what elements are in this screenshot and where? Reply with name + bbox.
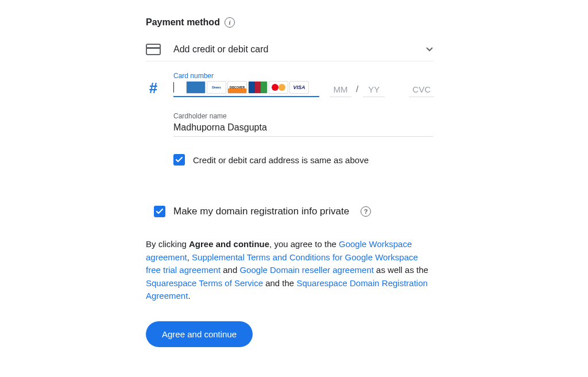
link-domain-reseller[interactable]: Google Domain reseller agreement: [239, 265, 373, 275]
payment-form: Payment method i Add credit or debit car…: [146, 17, 433, 347]
legal-text: By clicking Agree and continue, you agre…: [146, 238, 433, 303]
legal-prefix: By clicking: [146, 239, 189, 249]
same-address-label: Credit or debit card address is same as …: [193, 155, 369, 165]
legal-sep2: and: [220, 265, 239, 275]
link-squarespace-tos[interactable]: Squarespace Terms of Service: [146, 278, 263, 288]
amex-logo: [186, 81, 206, 94]
mastercard-logo: [269, 81, 288, 94]
legal-sep4: and the: [263, 278, 296, 288]
discover-logo: DISCOVER: [227, 81, 247, 94]
card-number-input[interactable]: [173, 82, 185, 93]
card-row: # Card number Diners DISCOVER VISA: [146, 72, 433, 97]
card-number-group: Card number Diners DISCOVER VISA: [173, 72, 319, 97]
card-number-wrap[interactable]: Diners DISCOVER VISA: [173, 81, 319, 97]
visa-logo: VISA: [289, 81, 309, 94]
agree-continue-button[interactable]: Agree and continue: [146, 321, 253, 347]
domain-private-checkbox[interactable]: [154, 206, 165, 217]
credit-card-icon: [146, 44, 161, 55]
expiry-year-input[interactable]: [363, 84, 385, 97]
card-number-label: Card number: [173, 72, 319, 80]
cvc-input[interactable]: [409, 84, 434, 97]
section-title: Payment method: [146, 17, 220, 28]
chevron-down-icon: [426, 45, 433, 53]
cardholder-label: Cardholder name: [173, 112, 433, 120]
info-icon[interactable]: i: [225, 17, 235, 28]
cardholder-section: Cardholder name: [173, 112, 433, 137]
jcb-logo: [248, 81, 268, 94]
legal-sep3: as well as the: [374, 265, 428, 275]
expiry-separator: /: [356, 84, 358, 94]
help-icon[interactable]: ?: [361, 206, 371, 217]
payment-method-selector[interactable]: Add credit or debit card: [146, 38, 433, 61]
legal-bold: Agree and continue: [189, 239, 269, 249]
section-header: Payment method i: [146, 17, 433, 28]
domain-private-row[interactable]: Make my domain registration info private…: [154, 206, 433, 217]
legal-sep1: ,: [187, 252, 192, 262]
same-address-checkbox[interactable]: [173, 154, 185, 166]
card-logos: Diners DISCOVER VISA: [186, 81, 309, 94]
cardholder-input[interactable]: [173, 122, 433, 137]
same-address-row[interactable]: Credit or debit card address is same as …: [173, 154, 433, 166]
legal-suffix: .: [188, 291, 190, 301]
card-fields: Card number Diners DISCOVER VISA /: [173, 72, 434, 97]
hash-icon: #: [146, 79, 161, 97]
selector-label: Add credit or debit card: [173, 44, 426, 55]
domain-private-label: Make my domain registration info private: [173, 206, 349, 217]
diners-logo: Diners: [207, 81, 226, 94]
legal-after-bold: , you agree to the: [269, 239, 339, 249]
expiry-month-input[interactable]: [330, 84, 351, 97]
